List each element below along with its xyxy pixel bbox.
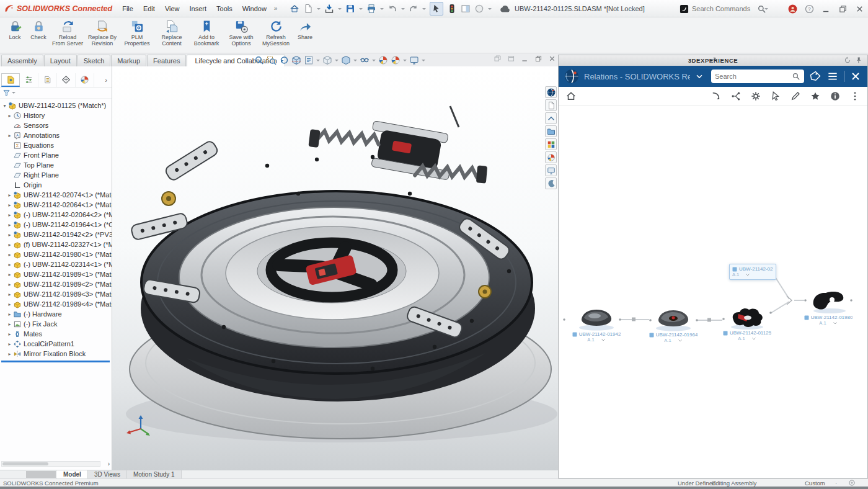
expand-arrow-icon[interactable]: ▸ bbox=[6, 232, 13, 238]
avatar-icon[interactable] bbox=[788, 4, 797, 14]
cmd-save-options-button[interactable]: Save with Options bbox=[224, 19, 259, 47]
cmd-replace-revision-button[interactable]: Replace By Revision bbox=[85, 19, 120, 47]
previous-view-icon[interactable] bbox=[279, 55, 289, 65]
cmd-reload-server-button[interactable]: Reload From Server bbox=[50, 19, 85, 47]
relations-icon[interactable] bbox=[730, 91, 742, 102]
sheet-tab-3d-views[interactable]: 3D Views bbox=[88, 470, 127, 478]
cmd-plm-properties-button[interactable]: PLM Properties bbox=[120, 19, 154, 47]
apply-scene-icon[interactable] bbox=[391, 55, 401, 65]
status-tag-icon[interactable] bbox=[848, 479, 856, 487]
chev-small-icon[interactable] bbox=[833, 321, 838, 326]
app-title[interactable]: Relations - SOLIDWORKS Relatio bbox=[584, 72, 690, 81]
win-cascade-icon[interactable] bbox=[494, 55, 502, 63]
expand-arrow-icon[interactable]: ▸ bbox=[6, 321, 13, 327]
tag-icon[interactable] bbox=[809, 70, 822, 83]
tree-root-item[interactable]: ▾UBW-21142-01125 (*Match*) bbox=[1, 101, 112, 110]
dropdown-caret-icon[interactable] bbox=[353, 60, 357, 63]
graph-node-card[interactable]: UBW-21142-02327A.1 bbox=[729, 264, 776, 280]
chev-small-icon[interactable] bbox=[751, 336, 756, 341]
side-tool-apps[interactable] bbox=[545, 138, 557, 150]
relations-graph[interactable]: UBW-21142-01942A.1UBW-21142-01964A.1UBW-… bbox=[559, 105, 867, 478]
pin-icon[interactable] bbox=[855, 56, 862, 64]
impact-analysis-icon[interactable] bbox=[711, 91, 722, 102]
tree-item[interactable]: ▸UBW-21142-01989<3> (*Match Zinc bbox=[0, 289, 112, 299]
tree-item[interactable]: ▸AAnnotations bbox=[0, 130, 112, 140]
panel-tabs-overflow-icon[interactable]: › bbox=[105, 76, 112, 84]
dropdown-caret-icon[interactable] bbox=[403, 60, 407, 63]
tree-item[interactable]: ΣEquations bbox=[0, 140, 112, 150]
side-tool-scene[interactable] bbox=[545, 177, 557, 189]
expand-arrow-icon[interactable]: ▸ bbox=[6, 341, 13, 347]
side-tool-compass[interactable] bbox=[545, 86, 557, 98]
close-icon[interactable] bbox=[855, 4, 864, 14]
restore-icon[interactable] bbox=[534, 55, 542, 63]
dropdown-caret-icon[interactable] bbox=[316, 60, 320, 63]
dropdown-caret-icon[interactable] bbox=[317, 8, 321, 12]
expand-arrow-icon[interactable]: ▸ bbox=[6, 252, 13, 258]
search-commands-box[interactable] bbox=[678, 2, 781, 15]
more-kebab-icon[interactable] bbox=[849, 91, 861, 102]
chev-small-icon[interactable] bbox=[678, 338, 683, 343]
panel-tab-displaymanager-tab[interactable] bbox=[76, 73, 94, 87]
save-icon[interactable] bbox=[345, 4, 355, 14]
status-custom[interactable]: Custom bbox=[805, 480, 825, 487]
menu-view[interactable]: View bbox=[160, 2, 185, 15]
menu-file[interactable]: File bbox=[117, 2, 138, 15]
cmd-check-button[interactable]: Check bbox=[27, 19, 50, 40]
panel-tab-propertymanager-tab[interactable] bbox=[20, 73, 38, 87]
expand-arrow-icon[interactable]: ▸ bbox=[6, 113, 13, 119]
select-icon[interactable] bbox=[432, 4, 441, 14]
tree-item[interactable]: Front Plane bbox=[0, 150, 112, 160]
expand-arrow-icon[interactable]: ▸ bbox=[6, 351, 13, 357]
tree-item[interactable]: ▸UBW-21142-01942<2> (*PV340 Top bbox=[0, 230, 112, 240]
tree-item[interactable]: Top Plane bbox=[0, 160, 112, 170]
panel-tab-configurationmanager-tab[interactable] bbox=[38, 73, 57, 87]
expand-arrow-icon[interactable]: ▸ bbox=[6, 312, 13, 317]
sync-icon[interactable] bbox=[844, 56, 851, 64]
expand-arrow-icon[interactable]: ▸ bbox=[6, 192, 13, 198]
expand-icon[interactable] bbox=[709, 56, 717, 64]
section-view-icon[interactable] bbox=[291, 55, 301, 65]
cmd-share-button[interactable]: Share bbox=[293, 19, 317, 40]
tree-item[interactable]: ▸(-) UBW-21142-02064<2> (*Match Lo bbox=[0, 210, 112, 220]
tree-item[interactable]: ▸UBW-21142-02074<1> (*Match Lid bbox=[0, 190, 112, 200]
select-arrow-icon[interactable] bbox=[770, 91, 781, 102]
ribbon-tab-features[interactable]: Features bbox=[147, 55, 186, 66]
minimize-icon[interactable] bbox=[521, 55, 529, 63]
cmd-add-bookmark-button[interactable]: Add to Bookmark bbox=[189, 19, 224, 47]
tree-horizontal-scrollbar[interactable] bbox=[1, 461, 100, 467]
minimize-icon[interactable] bbox=[822, 4, 831, 14]
help-sphere-icon[interactable] bbox=[474, 4, 484, 14]
tree-item[interactable]: ▸UBW-21142-01989<4> (*Match Zinc bbox=[0, 299, 112, 309]
tree-item[interactable]: Origin bbox=[0, 180, 112, 190]
rollback-bar[interactable] bbox=[1, 361, 110, 362]
home-icon[interactable] bbox=[290, 4, 299, 14]
expand-arrow-icon[interactable]: ▾ bbox=[1, 103, 8, 109]
ribbon-tab-assembly[interactable]: Assembly bbox=[1, 55, 43, 66]
menu-icon[interactable] bbox=[826, 70, 839, 83]
dropdown-caret-icon[interactable] bbox=[338, 8, 342, 12]
expand-arrow-icon[interactable]: ▸ bbox=[6, 212, 13, 218]
expand-arrow-icon[interactable]: ▸ bbox=[6, 302, 13, 307]
info-icon[interactable] bbox=[830, 91, 841, 102]
expand-arrow-icon[interactable]: ▸ bbox=[6, 282, 13, 287]
close-icon[interactable] bbox=[849, 70, 862, 83]
expand-arrow-icon[interactable]: ▸ bbox=[6, 202, 13, 208]
dropdown-caret-icon[interactable] bbox=[359, 8, 363, 12]
close-icon[interactable] bbox=[548, 55, 556, 63]
edit-appearance-icon[interactable] bbox=[378, 55, 388, 65]
dropdown-caret-icon[interactable] bbox=[422, 8, 426, 12]
cmd-lock-button[interactable]: Lock bbox=[3, 19, 27, 40]
panel-tab-featuremanager-tab[interactable] bbox=[1, 73, 20, 87]
cmd-refresh-session-button[interactable]: Refresh MySession bbox=[259, 19, 293, 47]
tree-item[interactable]: ▸UBW-21142-01989<2> (*Match Zinc bbox=[0, 279, 112, 289]
sheet-tab-motion-study-1[interactable]: Motion Study 1 bbox=[127, 470, 182, 478]
tree-item[interactable]: ▸UBW-21142-02064<1> (*Match Spr bbox=[0, 200, 112, 210]
tree-item[interactable]: ▸History bbox=[0, 110, 112, 120]
menu-tools[interactable]: Tools bbox=[211, 2, 237, 15]
scrollbar-thumb[interactable] bbox=[2, 462, 48, 465]
chev-small-icon[interactable] bbox=[601, 338, 606, 343]
tree-item[interactable]: ▸LocalCirPattern1 bbox=[0, 339, 112, 349]
side-tool-folder[interactable] bbox=[545, 125, 557, 137]
side-tool-display[interactable] bbox=[545, 164, 557, 176]
